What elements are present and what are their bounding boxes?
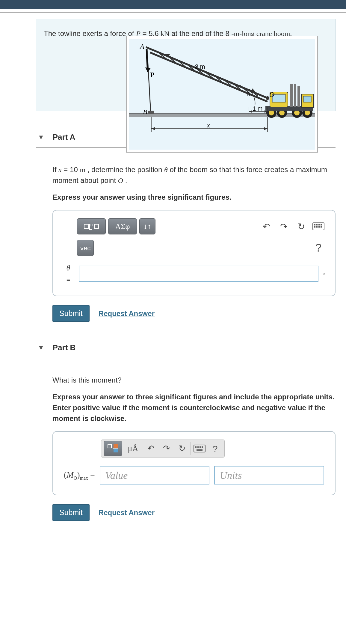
redo-icon[interactable]: ↷ — [276, 218, 291, 234]
fig-label-x: x — [207, 121, 210, 129]
theta-input[interactable] — [79, 266, 318, 282]
svg-point-10 — [305, 110, 310, 115]
svg-rect-17 — [294, 84, 296, 107]
part-a-body: If x = 10 m , determine the position θ o… — [36, 148, 336, 322]
text: , determine the position — [87, 165, 164, 174]
greek-button[interactable]: ΑΣφ — [108, 218, 137, 234]
svg-rect-68 — [197, 446, 199, 448]
fig-label-1m: 1 m — [253, 105, 262, 112]
svg-rect-50 — [84, 224, 88, 228]
request-answer-link[interactable]: Request Answer — [99, 507, 155, 518]
svg-rect-57 — [321, 224, 322, 225]
svg-rect-16 — [290, 84, 293, 107]
eq: = — [64, 165, 70, 174]
keyboard-icon[interactable] — [193, 441, 206, 456]
svg-rect-54 — [314, 224, 315, 225]
x-unit: m — [80, 166, 85, 174]
app-topbar — [0, 0, 346, 9]
value-input[interactable]: Value — [100, 466, 210, 484]
fig-label-P: P — [150, 71, 155, 79]
svg-point-4 — [269, 110, 274, 115]
fig-label-O: O — [269, 91, 274, 98]
part-b-body: What is this moment? Express your answer… — [36, 358, 336, 521]
degree-label: ∘ — [323, 270, 326, 278]
problem-statement: The towline exerts a force of P = 5.6 kN… — [36, 19, 336, 111]
svg-rect-60 — [318, 226, 320, 228]
text: . — [125, 176, 127, 184]
svg-rect-71 — [197, 449, 203, 451]
keyboard-icon[interactable] — [311, 218, 326, 234]
theta-equals-label: θ= — [62, 262, 75, 285]
divider — [142, 442, 142, 455]
fig-label-8m: 8 m — [195, 63, 205, 70]
problem-figure: A P B O θ 8 m 1 m x — [126, 36, 318, 153]
svg-rect-34 — [148, 111, 154, 114]
part-b-title: Part B — [53, 343, 76, 352]
var-theta: θ — [164, 166, 168, 174]
var-x: x — [58, 166, 62, 174]
problem-text: The towline exerts a force of — [44, 29, 136, 37]
part-b-instruction: Express your answer to three significant… — [52, 392, 336, 424]
svg-rect-52 — [94, 224, 99, 228]
svg-rect-18 — [297, 86, 300, 107]
fig-label-B: B — [143, 108, 147, 116]
svg-rect-62 — [108, 444, 111, 448]
var-O: O — [118, 177, 123, 184]
svg-point-6 — [279, 110, 285, 115]
undo-icon[interactable]: ↶ — [259, 218, 274, 234]
svg-rect-64 — [114, 449, 118, 452]
help-icon[interactable]: ? — [208, 441, 222, 456]
part-b-question: What is this moment? — [52, 375, 336, 386]
fig-label-theta: θ — [247, 90, 250, 98]
chevron-down-icon: ▼ — [38, 344, 44, 352]
sort-button[interactable]: ↓↑ — [139, 218, 155, 234]
undo-icon[interactable]: ↶ — [144, 441, 158, 456]
vec-button[interactable]: vec — [77, 240, 94, 256]
svg-rect-2 — [129, 113, 315, 114]
svg-rect-70 — [202, 446, 203, 448]
svg-rect-56 — [318, 224, 320, 225]
text: If — [52, 165, 58, 174]
redo-icon[interactable]: ↷ — [159, 441, 173, 456]
svg-rect-67 — [195, 446, 197, 448]
divider — [124, 442, 124, 455]
help-icon[interactable]: ? — [311, 240, 326, 256]
units-button[interactable]: μÅ — [126, 441, 140, 456]
part-b-toolbar: μÅ ↶ ↷ ↻ ? — [101, 440, 225, 458]
reset-icon[interactable]: ↻ — [294, 218, 309, 234]
svg-rect-63 — [114, 444, 118, 448]
part-b-header[interactable]: ▼ Part B — [36, 338, 336, 358]
part-a-instruction: Express your answer using three signific… — [52, 192, 336, 203]
svg-point-8 — [294, 110, 300, 115]
svg-rect-61 — [321, 226, 322, 228]
submit-button[interactable]: Submit — [52, 305, 90, 322]
svg-rect-58 — [314, 226, 315, 228]
part-a-title: Part A — [53, 133, 75, 142]
part-a-answer-box: □ ΑΣφ ↓↑ ↶ ↷ ↻ — [52, 210, 336, 296]
x-value: 10 — [70, 165, 78, 174]
moment-label: (MO)max = — [64, 469, 95, 482]
reset-icon[interactable]: ↻ — [175, 441, 189, 456]
units-input[interactable]: Units — [214, 466, 324, 484]
fig-label-A: A — [139, 43, 144, 50]
svg-rect-69 — [200, 446, 201, 448]
svg-rect-59 — [316, 226, 318, 228]
divider — [191, 442, 191, 455]
part-b-answer-box: μÅ ↶ ↷ ↻ ? (MO)max = Valu — [52, 431, 336, 495]
svg-rect-66 — [194, 445, 205, 452]
chevron-down-icon: ▼ — [38, 133, 44, 141]
template-button[interactable]: □ — [77, 218, 106, 234]
svg-rect-13 — [303, 96, 311, 102]
template-button[interactable] — [104, 441, 122, 456]
svg-text:□: □ — [90, 222, 93, 227]
request-answer-link[interactable]: Request Answer — [99, 308, 155, 319]
submit-button[interactable]: Submit — [52, 504, 90, 521]
svg-rect-55 — [316, 224, 318, 225]
